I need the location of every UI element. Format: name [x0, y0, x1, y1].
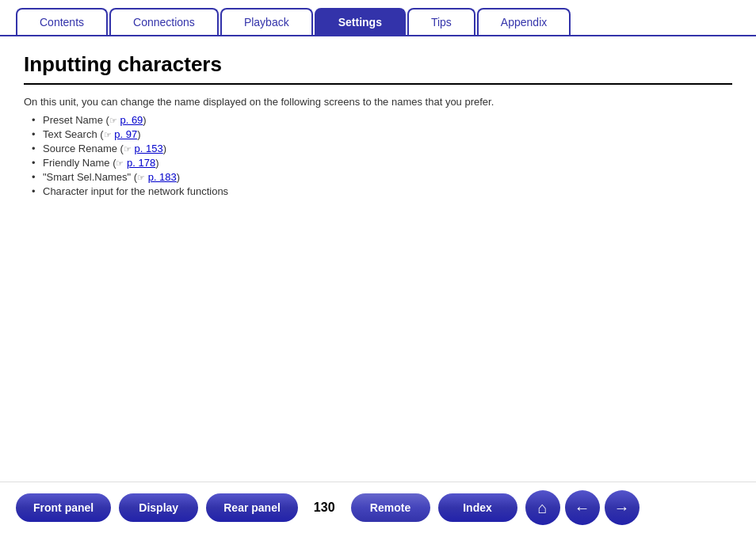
bottom-right-buttons: ⌂ ← → [525, 490, 640, 525]
forward-icon: → [614, 499, 630, 517]
tab-appendix[interactable]: Appendix [477, 8, 571, 35]
bottom-nav: Front panel Display Rear panel 130 Remot… [0, 482, 756, 533]
list-item: Source Rename (☞ p. 153) [32, 143, 732, 154]
forward-button[interactable]: → [605, 490, 640, 525]
intro-text: On this unit, you can change the name di… [24, 96, 732, 108]
remote-button[interactable]: Remote [351, 493, 430, 522]
back-button[interactable]: ← [565, 490, 600, 525]
tab-playback[interactable]: Playback [220, 8, 313, 35]
bottom-left-buttons: Front panel Display Rear panel [16, 493, 298, 522]
tab-settings[interactable]: Settings [315, 8, 406, 36]
page-title: Inputting characters [24, 52, 732, 85]
front-panel-button[interactable]: Front panel [16, 493, 111, 522]
bottom-center: 130 [306, 501, 343, 515]
index-button[interactable]: Index [438, 493, 517, 522]
page-number: 130 [314, 501, 335, 515]
main-content: Inputting characters On this unit, you c… [0, 36, 756, 215]
home-icon: ⌂ [537, 499, 547, 517]
back-icon: ← [575, 499, 590, 517]
list-item: "Smart Sel.Names" (☞ p. 183) [32, 171, 732, 183]
display-button[interactable]: Display [119, 493, 198, 522]
tab-tips[interactable]: Tips [407, 8, 475, 35]
list-item: Preset Name (☞ p. 69) [32, 114, 732, 126]
rear-panel-button[interactable]: Rear panel [206, 493, 298, 522]
list-item: Text Search (☞ p. 97) [32, 128, 732, 140]
list-item: Character input for the network function… [32, 185, 732, 197]
tab-contents[interactable]: Contents [16, 8, 108, 35]
top-nav: Contents Connections Playback Settings T… [0, 0, 756, 36]
tab-connections[interactable]: Connections [109, 8, 219, 35]
list-item: Friendly Name (☞ p. 178) [32, 157, 732, 169]
home-button[interactable]: ⌂ [525, 490, 560, 525]
bullet-list: Preset Name (☞ p. 69) Text Search (☞ p. … [32, 114, 732, 197]
